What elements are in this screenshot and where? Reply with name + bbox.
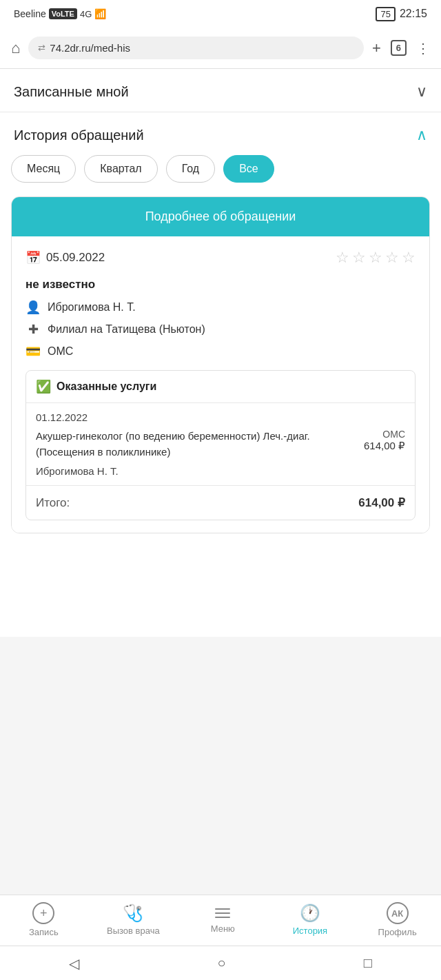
clinic-name: Филиал на Татищева (Ньютон) — [48, 323, 205, 336]
nav-history-label: История — [293, 926, 327, 936]
service-item: 01.12.2022 Акушер-гинеколог (по ведению … — [26, 403, 415, 485]
bottom-nav: + Запись 🩺 Вызов врача Меню 🕐 История АК… — [0, 895, 441, 946]
services-title: Оказанные услуги — [57, 380, 156, 393]
filter-quarter[interactable]: Квартал — [84, 155, 157, 183]
network-type: 4G — [80, 9, 92, 19]
card-header: Подробнее об обращении — [12, 197, 429, 236]
status-right: 75 22:15 — [376, 7, 427, 21]
doctor-name: Иброгимова Н. Т. — [48, 301, 136, 314]
service-type: ОМС — [364, 429, 405, 440]
url-bar[interactable]: ⇄ 74.2dr.ru/med-his — [28, 37, 364, 59]
check-circle-icon: ✅ — [36, 379, 51, 394]
service-doctor: Иброгимова Н. Т. — [36, 465, 405, 477]
total-row: Итого: 614,00 ₽ — [26, 485, 415, 520]
menu-icon — [214, 906, 232, 921]
card-date: 📅 05.09.2022 — [25, 250, 105, 265]
android-nav: ◁ ○ □ — [0, 946, 441, 980]
total-label: Итого: — [36, 496, 70, 510]
avatar-text: АК — [391, 908, 403, 919]
recorded-title: Записанные мной — [14, 84, 129, 100]
filter-all[interactable]: Все — [223, 155, 274, 183]
avatar: АК — [387, 902, 409, 924]
card-date-row: 📅 05.09.2022 ☆ ☆ ☆ ☆ ☆ — [25, 249, 416, 267]
nav-zapis-label: Запись — [29, 927, 59, 937]
stethoscope-icon: 🩺 — [123, 904, 143, 923]
recent-button[interactable]: □ — [364, 955, 372, 971]
card-body: 📅 05.09.2022 ☆ ☆ ☆ ☆ ☆ не известно 👤 Ибр… — [12, 236, 429, 533]
nav-profile[interactable]: АК Профиль — [373, 902, 422, 937]
network-badge: VoLTE — [49, 8, 77, 19]
url-bar-icon: ⇄ — [38, 43, 45, 53]
service-date: 01.12.2022 — [36, 411, 405, 423]
clinic-icon: ✚ — [25, 322, 41, 337]
card-header-title: Подробнее об обращении — [145, 210, 296, 223]
add-tab-button[interactable]: + — [372, 39, 381, 57]
main-content: Записанные мной ∨ История обращений ∧ Ме… — [0, 69, 441, 637]
star-1[interactable]: ☆ — [336, 249, 349, 267]
doctor-row: 👤 Иброгимова Н. Т. — [25, 300, 416, 315]
diagnosis-text: не известно — [25, 278, 416, 292]
nav-menu-label: Меню — [211, 923, 235, 934]
signal-icon: 📶 — [94, 8, 106, 19]
services-header: ✅ Оказанные услуги — [26, 371, 415, 403]
star-5[interactable]: ☆ — [402, 249, 416, 267]
star-4[interactable]: ☆ — [385, 249, 399, 267]
clinic-row: ✚ Филиал на Татищева (Ньютон) — [25, 322, 416, 337]
person-icon: 👤 — [25, 300, 41, 315]
rating-stars[interactable]: ☆ ☆ ☆ ☆ ☆ — [336, 249, 416, 267]
nav-doctor[interactable]: 🩺 Вызов врача — [107, 904, 160, 936]
appeal-date: 05.09.2022 — [46, 251, 105, 265]
history-section-header[interactable]: История обращений ∧ — [0, 112, 441, 155]
recorded-chevron: ∨ — [416, 83, 427, 101]
history-title: История обращений — [14, 127, 144, 143]
appeal-card: Подробнее об обращении 📅 05.09.2022 ☆ ☆ … — [11, 196, 430, 533]
nav-zapis[interactable]: + Запись — [19, 902, 68, 937]
total-amount: 614,00 ₽ — [358, 496, 405, 510]
service-description: Акушер-гинеколог (по ведению беременност… — [36, 429, 357, 460]
tab-count[interactable]: 6 — [391, 40, 407, 56]
service-price-block: ОМС 614,00 ₽ — [364, 429, 405, 452]
browser-bar: ⌂ ⇄ 74.2dr.ru/med-his + 6 ⋮ — [0, 28, 441, 69]
home-button[interactable]: ○ — [217, 955, 225, 971]
status-carrier: Beeline VoLTE 4G 📶 — [14, 8, 106, 19]
carrier-text: Beeline — [14, 8, 46, 19]
calendar-icon: 📅 — [25, 250, 41, 265]
status-bar: Beeline VoLTE 4G 📶 75 22:15 — [0, 0, 441, 28]
service-row: Акушер-гинеколог (по ведению беременност… — [36, 429, 405, 460]
star-3[interactable]: ☆ — [369, 249, 382, 267]
services-block: ✅ Оказанные услуги 01.12.2022 Акушер-гин… — [25, 370, 416, 520]
nav-menu[interactable]: Меню — [198, 906, 247, 934]
filter-tabs: Месяц Квартал Год Все — [0, 155, 441, 196]
filter-month[interactable]: Месяц — [11, 155, 76, 183]
filter-year[interactable]: Год — [166, 155, 215, 183]
time-display: 22:15 — [400, 8, 427, 20]
nav-doctor-label: Вызов врача — [107, 926, 160, 936]
back-button[interactable]: ◁ — [69, 955, 79, 972]
history-chevron: ∧ — [416, 126, 427, 144]
plus-circle-icon: + — [32, 902, 54, 924]
home-icon[interactable]: ⌂ — [11, 39, 20, 57]
star-2[interactable]: ☆ — [352, 249, 366, 267]
battery-indicator: 75 — [376, 7, 395, 21]
recorded-section-header[interactable]: Записанные мной ∨ — [0, 69, 441, 112]
nav-profile-label: Профиль — [378, 927, 417, 937]
service-price: 614,00 ₽ — [364, 440, 405, 452]
more-menu-button[interactable]: ⋮ — [416, 40, 430, 57]
url-text: 74.2dr.ru/med-his — [50, 42, 130, 54]
browser-actions: + 6 ⋮ — [372, 39, 430, 57]
card-icon: 💳 — [25, 344, 41, 359]
clock-icon: 🕐 — [300, 904, 320, 923]
nav-history[interactable]: 🕐 История — [286, 904, 334, 936]
policy-type: ОМС — [48, 345, 73, 358]
policy-row: 💳 ОМС — [25, 344, 416, 359]
